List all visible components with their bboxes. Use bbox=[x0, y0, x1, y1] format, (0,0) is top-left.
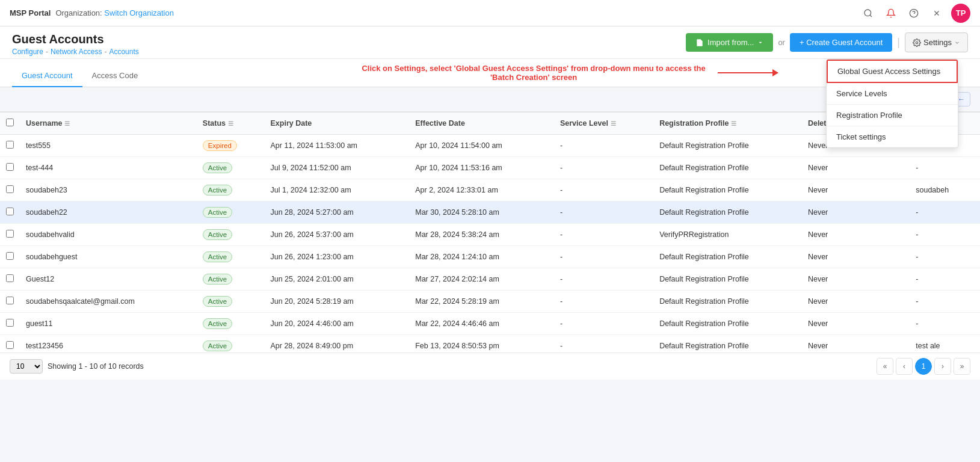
status-badge: Active bbox=[203, 251, 232, 262]
footer-left: 102550100 Showing 1 - 10 of 10 records bbox=[10, 359, 144, 374]
row-checkbox[interactable] bbox=[6, 319, 14, 327]
import-button[interactable]: Import from... bbox=[686, 33, 773, 52]
page-header: Guest Accounts Configure - Network Acces… bbox=[0, 26, 980, 59]
row-checkbox-cell[interactable] bbox=[0, 335, 20, 353]
avatar[interactable]: TP bbox=[951, 4, 970, 23]
full-name-cell: - bbox=[910, 224, 980, 246]
row-checkbox-cell[interactable] bbox=[0, 157, 20, 179]
expiry-cell: Apr 28, 2024 8:49:00 pm bbox=[264, 335, 409, 353]
search-icon[interactable] bbox=[860, 5, 877, 22]
service-level-sort-icon: ☰ bbox=[611, 120, 616, 127]
reg-profile-cell: Default Registration Profile bbox=[653, 135, 802, 157]
row-checkbox-cell[interactable] bbox=[0, 291, 20, 313]
table-row: soudabeh22 Active Jun 28, 2024 5:27:00 a… bbox=[0, 202, 980, 224]
effective-cell: Mar 30, 2024 5:28:10 am bbox=[409, 202, 554, 224]
reg-profile-cell: VerifyPRRegistration bbox=[653, 224, 802, 246]
deletion-policy-cell: Never bbox=[802, 335, 910, 353]
row-checkbox-cell[interactable] bbox=[0, 246, 20, 268]
status-badge: Active bbox=[203, 318, 232, 329]
row-checkbox[interactable] bbox=[6, 208, 14, 215]
select-all-header[interactable] bbox=[0, 112, 20, 135]
reg-profile-cell: Default Registration Profile bbox=[653, 157, 802, 179]
reg-profile-cell: Default Registration Profile bbox=[653, 268, 802, 291]
brand-label: MSP Portal bbox=[10, 8, 51, 17]
bell-icon[interactable] bbox=[883, 5, 899, 22]
row-checkbox[interactable] bbox=[6, 341, 14, 349]
settings-button[interactable]: Settings bbox=[905, 32, 968, 52]
effective-header[interactable]: Effective Date bbox=[409, 112, 554, 135]
deletion-policy-cell: Never bbox=[802, 313, 910, 335]
page-1-button[interactable]: 1 bbox=[915, 358, 932, 375]
showing-text: Showing 1 - 10 of 10 records bbox=[48, 362, 144, 371]
status-badge: Expired bbox=[203, 140, 237, 151]
last-page-button[interactable]: » bbox=[954, 358, 970, 375]
status-cell: Active bbox=[197, 291, 265, 313]
expiry-cell: Jun 20, 2024 4:46:00 am bbox=[264, 313, 409, 335]
effective-cell: Mar 27, 2024 2:02:14 am bbox=[409, 268, 554, 291]
reg-profile-cell: Default Registration Profile bbox=[653, 313, 802, 335]
effective-cell: Apr 2, 2024 12:33:01 am bbox=[409, 179, 554, 202]
expiry-header[interactable]: Expiry Date bbox=[264, 112, 409, 135]
row-checkbox-cell[interactable] bbox=[0, 224, 20, 246]
help-icon[interactable] bbox=[905, 5, 922, 22]
service-level-cell: - bbox=[554, 246, 653, 268]
row-checkbox[interactable] bbox=[6, 252, 14, 260]
deletion-policy-cell: Never bbox=[802, 224, 910, 246]
full-name-cell: - bbox=[910, 291, 980, 313]
dropdown-item-global-guest[interactable]: Global Guest Access Settings bbox=[827, 60, 958, 83]
status-badge: Active bbox=[203, 296, 232, 307]
select-all-checkbox[interactable] bbox=[6, 119, 14, 126]
row-checkbox-cell[interactable] bbox=[0, 268, 20, 291]
effective-cell: Feb 13, 2024 8:50:53 pm bbox=[409, 335, 554, 353]
status-header[interactable]: Status ☰ bbox=[197, 112, 265, 135]
table-scroll-container[interactable]: Username ☰ Status ☰ Expiry Date Effectiv… bbox=[0, 112, 980, 353]
row-checkbox-cell[interactable] bbox=[0, 313, 20, 335]
service-level-cell: - bbox=[554, 202, 653, 224]
row-checkbox[interactable] bbox=[6, 185, 14, 193]
breadcrumb-configure[interactable]: Configure bbox=[12, 48, 43, 56]
status-badge: Active bbox=[203, 207, 232, 218]
username-header[interactable]: Username ☰ bbox=[20, 112, 197, 135]
next-page-button[interactable]: › bbox=[934, 358, 951, 375]
row-checkbox-cell[interactable] bbox=[0, 179, 20, 202]
reg-profile-header[interactable]: Registration Profile ☰ bbox=[653, 112, 802, 135]
table-row: guest11 Active Jun 20, 2024 4:46:00 am M… bbox=[0, 313, 980, 335]
row-checkbox[interactable] bbox=[6, 274, 14, 282]
row-checkbox[interactable] bbox=[6, 163, 14, 171]
status-badge: Active bbox=[203, 185, 232, 196]
switch-org-link[interactable]: Switch Organization bbox=[104, 8, 174, 17]
full-name-cell: - bbox=[910, 313, 980, 335]
row-checkbox[interactable] bbox=[6, 297, 14, 304]
username-cell: Guest12 bbox=[20, 268, 197, 291]
or-label: or bbox=[778, 38, 785, 47]
effective-cell: Mar 28, 2024 5:38:24 am bbox=[409, 224, 554, 246]
service-level-cell: - bbox=[554, 157, 653, 179]
row-checkbox-cell[interactable] bbox=[0, 202, 20, 224]
reg-profile-cell: Default Registration Profile bbox=[653, 246, 802, 268]
deletion-policy-cell: Never bbox=[802, 291, 910, 313]
dropdown-item-service-levels[interactable]: Service Levels bbox=[827, 83, 958, 105]
status-cell: Expired bbox=[197, 135, 265, 157]
create-guest-account-button[interactable]: + Create Guest Account bbox=[790, 33, 892, 52]
breadcrumb-network-access[interactable]: Network Access bbox=[51, 48, 102, 56]
table-row: soudabehvalid Active Jun 26, 2024 5:37:0… bbox=[0, 224, 980, 246]
row-checkbox-cell[interactable] bbox=[0, 135, 20, 157]
tab-guest-account[interactable]: Guest Account bbox=[12, 65, 82, 87]
nav-icons: TP bbox=[860, 4, 970, 23]
tabs-bar: Guest Account Access Code bbox=[0, 59, 159, 87]
service-level-header[interactable]: Service Level ☰ bbox=[554, 112, 653, 135]
service-level-cell: - bbox=[554, 224, 653, 246]
first-page-button[interactable]: « bbox=[877, 358, 893, 375]
dropdown-item-ticket-settings[interactable]: Ticket settings bbox=[827, 126, 958, 147]
prev-page-button[interactable]: ‹ bbox=[896, 358, 913, 375]
close-icon[interactable] bbox=[928, 5, 945, 22]
page-size-select[interactable]: 102550100 bbox=[10, 359, 43, 374]
breadcrumb-accounts[interactable]: Accounts bbox=[109, 48, 138, 56]
username-cell: test123456 bbox=[20, 335, 197, 353]
row-checkbox[interactable] bbox=[6, 141, 14, 149]
tab-access-code[interactable]: Access Code bbox=[82, 65, 148, 87]
dropdown-item-registration-profile[interactable]: Registration Profile bbox=[827, 105, 958, 126]
expiry-cell: Jun 20, 2024 5:28:19 am bbox=[264, 291, 409, 313]
expiry-cell: Jun 28, 2024 5:27:00 am bbox=[264, 202, 409, 224]
row-checkbox[interactable] bbox=[6, 230, 14, 238]
